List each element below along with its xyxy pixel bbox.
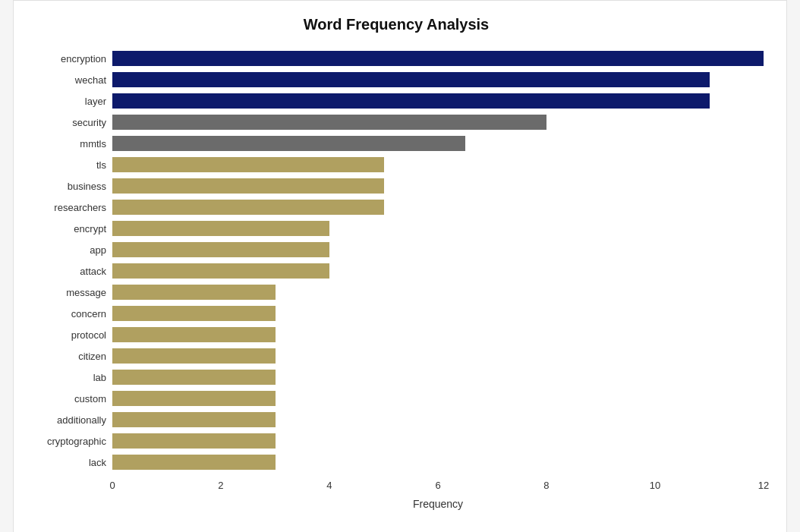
bar-label: message [29,287,112,298]
bar-track [112,306,764,321]
bar-label: encryption [29,53,112,65]
bar-label: additionally [29,414,112,426]
bar-row: app [29,240,764,260]
x-axis-spacer [29,480,112,495]
bar-track [112,412,764,427]
bar-label: researchers [29,202,112,213]
bar-row: tls [29,155,764,175]
bar-track [112,72,764,87]
bar-fill [112,412,276,427]
bar-track [112,348,764,364]
bar-row: cryptographic [29,431,764,451]
bar-fill [112,136,465,151]
bar-label: encrypt [29,223,112,235]
x-tick: 2 [218,480,223,491]
bar-label: cryptographic [29,436,112,447]
x-tick: 4 [326,480,332,491]
x-tick: 0 [109,480,115,491]
bar-fill [112,51,764,66]
bar-row: security [29,112,764,132]
bar-track [112,285,764,300]
x-tick: 10 [650,480,660,491]
bar-track [112,242,764,257]
bar-track [112,157,764,172]
bar-fill [112,242,329,257]
bar-fill [112,221,329,236]
bar-fill [112,72,710,87]
bar-track [112,115,764,130]
bar-label: layer [29,96,112,107]
chart-area: encryptionwechatlayersecuritymmtlstlsbus… [29,49,764,474]
x-axis-label: Frequency [112,498,764,510]
bar-fill [112,93,710,109]
x-tick: 12 [758,480,769,491]
bar-track [112,370,764,385]
bar-row: concern [29,304,764,323]
bar-track [112,455,764,470]
bar-fill [112,285,276,300]
bar-label: custom [29,393,112,405]
bar-label: tls [29,159,112,171]
bar-fill [112,327,276,342]
bar-fill [112,391,276,406]
bar-fill [112,200,384,215]
bar-track [112,51,764,66]
bar-row: business [29,176,764,196]
bar-row: wechat [29,70,764,90]
bar-label: mmtls [29,138,112,150]
x-axis-label-area: Frequency [29,498,764,510]
chart-container: Word Frequency Analysis encryptionwechat… [13,0,787,532]
x-axis-ticks: 024681012 [112,480,764,495]
x-tick: 8 [543,480,549,491]
bar-track [112,200,764,215]
bar-row: attack [29,261,764,281]
bar-label: wechat [29,74,112,86]
bar-row: protocol [29,325,764,345]
bar-row: lab [29,367,764,387]
bar-track [112,93,764,109]
bar-row: mmtls [29,134,764,153]
bar-track [112,221,764,236]
bar-row: researchers [29,197,764,217]
bar-fill [112,157,384,172]
chart-title: Word Frequency Analysis [29,16,764,33]
bar-label: lack [29,457,112,468]
bar-label: app [29,244,112,256]
bar-row: message [29,282,764,302]
bar-row: citizen [29,346,764,366]
bar-label: attack [29,266,112,277]
bar-fill [112,178,384,194]
bar-row: layer [29,91,764,111]
bar-label: business [29,181,112,192]
bar-fill [112,455,276,470]
x-axis-area: 024681012 [29,480,764,495]
bar-fill [112,263,329,279]
bar-fill [112,115,546,130]
bar-label: security [29,117,112,128]
x-tick: 6 [435,480,440,491]
bar-label: citizen [29,351,112,362]
bar-track [112,327,764,342]
bar-fill [112,306,276,321]
bar-track [112,263,764,279]
bar-track [112,433,764,449]
bar-fill [112,370,276,385]
bar-row: lack [29,452,764,472]
bar-label: protocol [29,329,112,341]
bar-row: encrypt [29,219,764,238]
bar-row: encryption [29,49,764,68]
bar-label: concern [29,308,112,320]
bar-track [112,178,764,194]
bar-track [112,136,764,151]
bar-row: custom [29,389,764,408]
bar-track [112,391,764,406]
bar-label: lab [29,372,112,383]
bar-fill [112,433,276,449]
bar-row: additionally [29,410,764,430]
bar-fill [112,348,276,364]
